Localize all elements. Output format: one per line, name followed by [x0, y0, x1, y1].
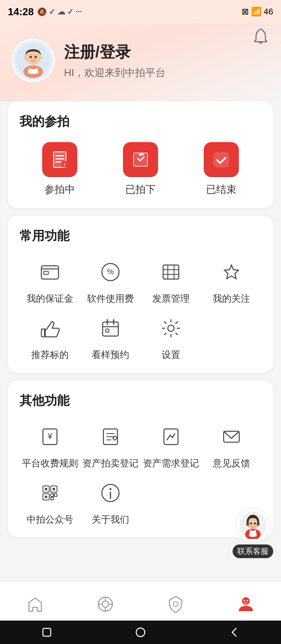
- nav-icon-assets: [96, 595, 115, 617]
- func-icon-recommend: [34, 313, 66, 344]
- profile-name[interactable]: 注册/登录: [64, 41, 165, 63]
- svg-point-48: [109, 488, 111, 490]
- func-icon-settings: [155, 313, 187, 344]
- battery-icon: ⊠: [242, 7, 249, 17]
- other-wechat[interactable]: 中拍公众号: [20, 477, 80, 526]
- auction-icon-ended: [204, 142, 239, 177]
- svg-point-66: [244, 600, 245, 601]
- svg-rect-54: [257, 522, 260, 526]
- customer-service-button[interactable]: 联系客服: [233, 508, 273, 558]
- my-auction-title: 我的参拍: [20, 113, 261, 130]
- auction-item-won[interactable]: 已拍下: [123, 142, 158, 196]
- common-functions-title: 常用功能: [20, 228, 261, 245]
- customer-service-label: 联系客服: [233, 544, 273, 558]
- svg-rect-15: [44, 271, 48, 274]
- auction-icon-participating: ⧖: [42, 142, 77, 177]
- svg-point-59: [102, 601, 108, 607]
- func-label-software-fee: 软件使用费: [87, 292, 134, 305]
- svg-point-3: [30, 56, 32, 58]
- auction-icon-won: [123, 142, 158, 177]
- auction-item-participating[interactable]: ⧖ 参拍中: [42, 142, 77, 196]
- svg-point-29: [168, 325, 174, 331]
- svg-text:⧖: ⧖: [63, 162, 66, 167]
- svg-rect-68: [43, 628, 51, 636]
- func-label-deposit: 我的保证金: [27, 292, 73, 305]
- nav-icon-mine: [237, 595, 255, 617]
- func-deposit[interactable]: 我的保证金: [20, 256, 80, 305]
- svg-marker-22: [224, 265, 238, 279]
- func-software-fee[interactable]: % 软件使用费: [80, 256, 140, 305]
- common-functions-section: 常用功能 我的保证金 % 软件使用费: [8, 216, 273, 373]
- func-label-invoice: 发票管理: [152, 292, 190, 305]
- status-icons-left: 🔕✓☁✓···: [37, 7, 82, 16]
- auction-grid: ⧖ 参拍中 已拍下 已结束: [20, 142, 261, 196]
- my-auction-section: 我的参拍 ⧖ 参拍中: [8, 101, 273, 208]
- svg-point-5: [24, 55, 27, 60]
- svg-text:%: %: [107, 267, 114, 276]
- avatar[interactable]: [12, 39, 55, 82]
- svg-text:¥: ¥: [47, 431, 52, 441]
- svg-point-4: [35, 56, 37, 58]
- header-area: 注册/登录 HI，欢迎来到中拍平台: [0, 23, 281, 101]
- other-fee-rules[interactable]: ¥ 平台收费规则: [20, 421, 80, 470]
- func-icon-software-fee: %: [95, 256, 126, 288]
- customer-service-avatar: [235, 508, 270, 543]
- svg-rect-13: [213, 152, 229, 167]
- func-settings[interactable]: 设置: [140, 313, 201, 361]
- sys-circle[interactable]: [133, 624, 148, 640]
- notification-icon[interactable]: [252, 27, 269, 48]
- func-favorites[interactable]: 我的关注: [201, 256, 261, 305]
- svg-rect-45: [53, 488, 55, 490]
- func-recommend[interactable]: 推荐标的: [20, 313, 80, 361]
- svg-rect-28: [106, 329, 109, 332]
- other-icon-demand-register: [155, 421, 187, 452]
- sys-square[interactable]: [39, 624, 55, 640]
- other-about[interactable]: 关于我们: [80, 477, 140, 526]
- svg-point-69: [136, 628, 145, 637]
- auction-label-participating: 参拍中: [44, 183, 75, 196]
- svg-rect-43: [51, 497, 53, 500]
- other-demand-register[interactable]: 资产需求登记: [140, 421, 201, 470]
- svg-rect-17: [163, 265, 179, 279]
- svg-point-57: [254, 523, 256, 525]
- system-bar: [0, 621, 281, 644]
- other-label-about: 关于我们: [92, 513, 129, 526]
- other-label-wechat: 中拍公众号: [27, 513, 73, 526]
- status-icons-right: ⊠ 📶 46: [242, 7, 273, 17]
- svg-point-64: [173, 602, 178, 607]
- status-time: 14:28 🔕✓☁✓···: [8, 6, 82, 18]
- func-appointment[interactable]: 看样预约: [80, 313, 140, 361]
- func-invoice[interactable]: 发票管理: [140, 256, 201, 305]
- other-label-feedback: 意见反馈: [213, 457, 250, 470]
- profile-row: 注册/登录 HI，欢迎来到中拍平台: [12, 39, 269, 82]
- svg-rect-42: [54, 494, 57, 496]
- signal-strength: 46: [264, 7, 273, 17]
- svg-rect-41: [51, 494, 53, 496]
- func-icon-invoice: [155, 256, 187, 288]
- profile-info: 注册/登录 HI，欢迎来到中拍平台: [64, 41, 165, 80]
- svg-point-56: [250, 523, 252, 525]
- svg-rect-44: [45, 488, 47, 490]
- other-auction-register[interactable]: 资产拍卖登记: [80, 421, 140, 470]
- status-bar: 14:28 🔕✓☁✓··· ⊠ 📶 46: [0, 0, 281, 23]
- func-label-appointment: 看样预约: [92, 349, 129, 361]
- other-label-auction-register: 资产拍卖登记: [82, 457, 139, 470]
- auction-label-won: 已拍下: [125, 183, 156, 196]
- other-icon-about: [95, 477, 126, 509]
- other-feedback[interactable]: 意见反馈: [201, 421, 261, 470]
- other-icon-fee-rules: ¥: [34, 421, 66, 452]
- func-label-favorites: 我的关注: [213, 292, 250, 305]
- nav-icon-judicial: [166, 595, 185, 617]
- sys-back[interactable]: [226, 624, 242, 640]
- other-icon-feedback: [216, 421, 247, 452]
- other-label-demand-register: 资产需求登记: [143, 457, 199, 470]
- wifi-icon: 📶: [251, 7, 261, 17]
- svg-rect-53: [246, 522, 249, 526]
- time-display: 14:28: [8, 6, 34, 18]
- func-label-recommend: 推荐标的: [31, 349, 69, 361]
- func-label-settings: 设置: [162, 349, 180, 361]
- svg-rect-46: [45, 496, 47, 498]
- other-functions-grid: ¥ 平台收费规则 资产拍卖登记: [20, 421, 261, 526]
- other-icon-wechat: [34, 477, 66, 509]
- auction-item-ended[interactable]: 已结束: [204, 142, 239, 196]
